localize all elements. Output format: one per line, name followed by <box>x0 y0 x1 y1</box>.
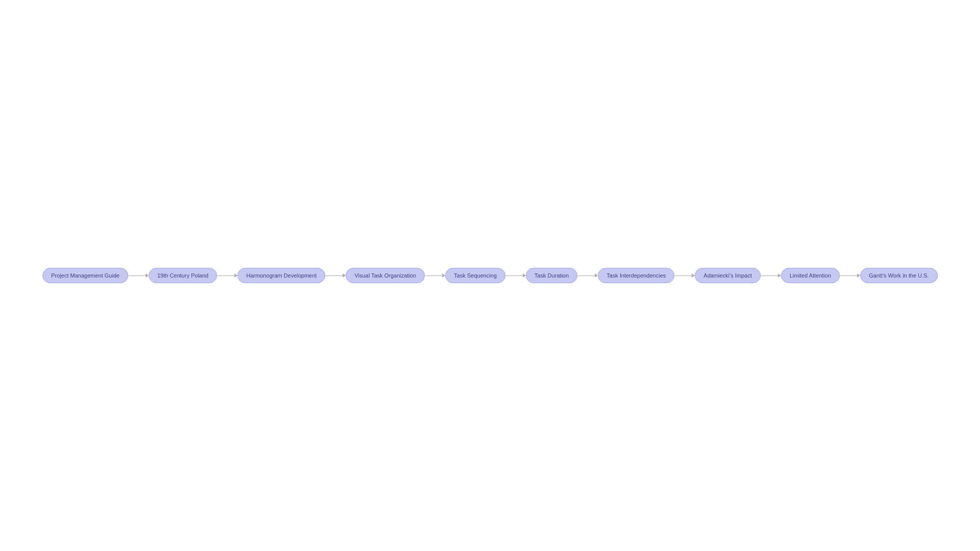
flow-container: Project Management Guide19th Century Pol… <box>42 268 938 283</box>
arrow-line <box>675 276 692 276</box>
arrow-line <box>217 276 234 276</box>
node-8[interactable]: Adamiecki's Impact <box>695 268 761 283</box>
arrow-5 <box>577 273 598 278</box>
node-6[interactable]: Task Duration <box>526 268 577 283</box>
node-9[interactable]: Limited Attention <box>781 268 840 283</box>
node-7[interactable]: Task Interdependencies <box>598 268 674 283</box>
arrow-head <box>778 273 781 278</box>
node-10[interactable]: Gantt's Work in the U.S. <box>860 268 937 283</box>
arrow-line <box>505 276 523 276</box>
arrow-7 <box>761 273 781 278</box>
arrow-line <box>761 276 778 276</box>
arrow-line <box>840 276 857 276</box>
arrow-4 <box>505 273 526 278</box>
node-3[interactable]: Harmonogram Development <box>237 268 325 283</box>
node-4[interactable]: Visual Task Organization <box>346 268 425 283</box>
arrow-line <box>577 276 595 276</box>
arrow-6 <box>675 273 695 278</box>
arrow-0 <box>128 273 149 278</box>
arrow-line <box>425 276 442 276</box>
arrow-1 <box>217 273 237 278</box>
node-5[interactable]: Task Sequencing <box>445 268 505 283</box>
arrow-head <box>523 273 526 278</box>
canvas: Project Management Guide19th Century Pol… <box>0 0 980 551</box>
node-2[interactable]: 19th Century Poland <box>149 268 217 283</box>
arrow-2 <box>326 273 346 278</box>
arrow-line <box>128 276 145 276</box>
arrow-3 <box>425 273 445 278</box>
arrow-line <box>326 276 343 276</box>
arrow-8 <box>840 273 860 278</box>
node-1[interactable]: Project Management Guide <box>42 268 128 283</box>
